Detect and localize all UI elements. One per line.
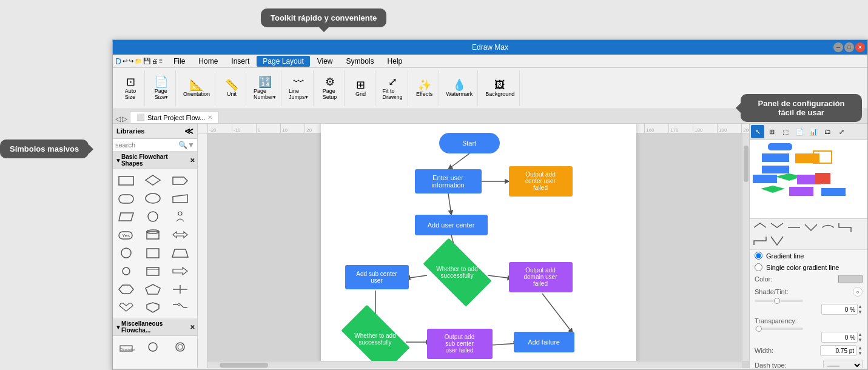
width-spin-up[interactable]: ▲	[858, 345, 863, 351]
node-add-failure[interactable]: Add failure	[514, 332, 574, 352]
scrollbar-vertical[interactable]	[742, 133, 749, 361]
shape-rounded-rect[interactable]	[115, 190, 137, 207]
menu-home[interactable]: Home	[192, 56, 224, 67]
ribbon-btn-pagesetup[interactable]: ⚙ PageSetup	[318, 75, 341, 101]
shape-pentagon[interactable]	[142, 281, 164, 298]
shape-cylinder[interactable]	[142, 226, 164, 243]
prop-color-value[interactable]	[838, 275, 863, 283]
tab-close-icon[interactable]: ✕	[207, 114, 212, 121]
preset-icon-2[interactable]	[769, 221, 785, 234]
menu-page-layout[interactable]: Page Layout	[257, 56, 309, 67]
ribbon-btn-unit[interactable]: 📏 Unit	[220, 78, 243, 98]
transparency-spin-down[interactable]: ▼	[858, 337, 863, 343]
search-input[interactable]	[115, 141, 178, 149]
menu-help[interactable]: Help	[382, 56, 409, 67]
shape-rect[interactable]	[115, 172, 137, 189]
ribbon-btn-fittodrawing[interactable]: ⤢ Fit toDrawing	[380, 75, 405, 101]
node-add-user-center[interactable]: Add user center	[415, 215, 488, 235]
libraries-collapse-icon[interactable]: ≪	[184, 126, 193, 136]
shade-spin-up[interactable]: ▲	[858, 304, 863, 309]
shape-manual-input[interactable]	[169, 190, 191, 207]
scrollbar-horizontal-thumb[interactable]	[220, 363, 268, 368]
scrollbar-vertical-thumb[interactable]	[744, 146, 749, 182]
rp-btn-expand[interactable]: ⤢	[835, 125, 848, 138]
ribbon-btn-pagesize[interactable]: 📄 PageSize▾	[150, 75, 173, 101]
shape-parallelogram[interactable]	[115, 208, 137, 225]
shade-value-input[interactable]	[821, 304, 858, 315]
menu-insert[interactable]: Insert	[225, 56, 255, 67]
shape-rect-shadow[interactable]	[142, 263, 164, 280]
shape-circle[interactable]	[142, 208, 164, 225]
node-add-sub-center[interactable]: Add sub center user	[345, 265, 409, 289]
shape-person[interactable]	[169, 208, 191, 225]
filter-icon[interactable]: ▼	[187, 141, 195, 149]
node-output-add-center[interactable]: Output add center user failed	[509, 166, 573, 197]
misc-shape-3[interactable]	[169, 338, 191, 355]
rp-btn-layers[interactable]: ⬚	[779, 125, 792, 138]
shape-arrow-r[interactable]	[169, 263, 191, 280]
ribbon-btn-watermark[interactable]: 💧 Watermark	[444, 78, 476, 98]
width-spin-down[interactable]: ▼	[858, 351, 863, 356]
node-enter-user[interactable]: Enter user information	[415, 169, 482, 193]
node-whether-add[interactable]: Whether to addsuccessfully	[427, 254, 488, 291]
rp-btn-doc[interactable]: 📄	[793, 125, 806, 138]
gradient-line-radio[interactable]	[755, 252, 762, 260]
shape-arrow-rect[interactable]	[169, 172, 191, 189]
width-input[interactable]	[820, 345, 856, 356]
shape-circle2[interactable]	[115, 244, 137, 261]
rp-btn-data[interactable]: 🗂	[821, 125, 834, 138]
section-header-basic[interactable]: ▼ Basic Flowchart Shapes ✕	[113, 152, 197, 169]
shade-color-picker[interactable]: ○	[853, 287, 863, 297]
node-output-domain[interactable]: Output add domain user failed	[509, 262, 573, 292]
ribbon-btn-grid[interactable]: ⊞ Grid	[349, 78, 372, 98]
shape-hex[interactable]	[115, 281, 137, 298]
close-button[interactable]: ✕	[855, 42, 865, 52]
menu-view[interactable]: View	[311, 56, 339, 67]
preset-icon-6[interactable]	[837, 221, 853, 234]
menu-symbols[interactable]: Symbols	[340, 56, 380, 67]
transparency-slider[interactable]	[755, 328, 803, 330]
transparency-spin-up[interactable]: ▲	[858, 332, 863, 337]
shape-line-group[interactable]	[169, 299, 191, 316]
transparency-value-input[interactable]	[821, 332, 858, 343]
node-start[interactable]: Start	[439, 133, 500, 153]
shape-cross[interactable]	[169, 281, 191, 298]
shape-diamond[interactable]	[142, 172, 164, 189]
shade-spin-down[interactable]: ▼	[858, 309, 863, 315]
single-color-radio[interactable]	[755, 263, 762, 271]
ribbon-btn-linejumps[interactable]: 〰 LineJumps▾	[286, 75, 311, 101]
dash-type-select[interactable]: —— - - - · · ·	[823, 360, 863, 368]
preset-icon-1[interactable]	[752, 221, 768, 234]
shape-double-arrow[interactable]	[169, 226, 191, 243]
shape-decision-yes[interactable]: Yes	[115, 226, 137, 243]
search-icon[interactable]: 🔍	[178, 141, 187, 149]
ribbon-btn-autosize[interactable]: ⊡ AutoSize	[119, 75, 142, 101]
section-close-misc-icon[interactable]: ✕	[190, 324, 195, 331]
shape-rect2[interactable]	[142, 244, 164, 261]
node-output-sub[interactable]: Output add sub center user failed	[427, 329, 493, 359]
scrollbar-horizontal[interactable]	[207, 361, 742, 368]
canvas-page[interactable]: Start Enter user information Output add …	[321, 124, 636, 368]
preset-icon-5[interactable]	[820, 221, 836, 234]
rp-btn-grid[interactable]: ⊞	[765, 125, 778, 138]
misc-shape-2[interactable]	[142, 338, 164, 355]
shape-heart[interactable]	[115, 299, 137, 316]
shape-small-circle[interactable]	[115, 263, 137, 280]
shade-slider[interactable]	[755, 300, 803, 302]
shape-shield[interactable]	[142, 299, 164, 316]
preset-icon-3[interactable]	[786, 221, 802, 234]
section-header-misc[interactable]: ▼ Miscellaneous Flowcha... ✕	[113, 318, 197, 336]
ribbon-btn-pagenumber[interactable]: 🔢 PageNumber▾	[251, 75, 278, 101]
rp-btn-pointer[interactable]: ↖	[751, 125, 764, 138]
node-whether-add2[interactable]: Whether to addsuccessfully	[345, 321, 406, 357]
minimize-button[interactable]: ─	[833, 42, 843, 52]
tab-start-project[interactable]: ⬜ Start Project Flow... ✕	[130, 111, 219, 123]
menu-file[interactable]: File	[167, 56, 191, 67]
rp-btn-chart[interactable]: 📊	[807, 125, 820, 138]
shape-ellipse[interactable]	[142, 190, 164, 207]
section-close-icon[interactable]: ✕	[190, 157, 195, 164]
ribbon-btn-orientation[interactable]: 📐 Orientation	[181, 78, 212, 98]
misc-shape-1[interactable]: Description	[115, 338, 137, 355]
maximize-button[interactable]: □	[844, 42, 854, 52]
preset-icon-8[interactable]	[769, 235, 785, 247]
